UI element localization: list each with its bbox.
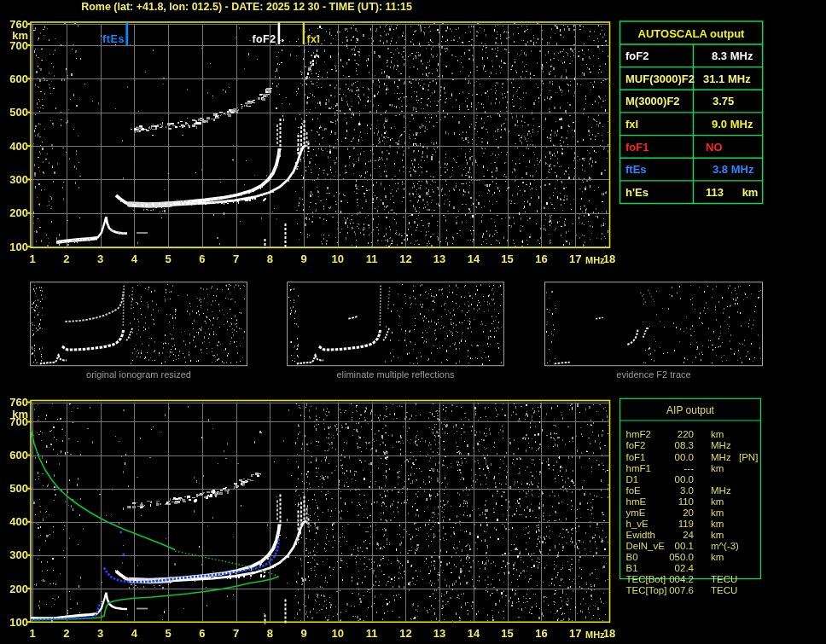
svg-text:17: 17 — [569, 252, 581, 265]
svg-text:600: 600 — [9, 449, 28, 461]
svg-text:km: km — [711, 530, 724, 540]
svg-text:050.0: 050.0 — [669, 552, 694, 562]
svg-text:original ionogram resized: original ionogram resized — [86, 369, 191, 380]
svg-text:km: km — [711, 429, 724, 439]
svg-text:eliminate multiple reflections: eliminate multiple reflections — [336, 369, 455, 380]
svg-text:700: 700 — [9, 39, 28, 52]
svg-text:foF2: foF2 — [253, 33, 276, 45]
svg-text:7: 7 — [233, 252, 239, 265]
svg-text:Rome (lat: +41.8, lon: 012.5): Rome (lat: +41.8, lon: 012.5) - DATE: 20… — [81, 1, 412, 13]
svg-text:hmF2: hmF2 — [626, 429, 651, 439]
svg-text:D1: D1 — [626, 474, 639, 484]
svg-text:13: 13 — [433, 252, 445, 265]
svg-text:ftEs: ftEs — [625, 163, 647, 176]
svg-text:Ewidth: Ewidth — [626, 530, 656, 540]
svg-text:00.0: 00.0 — [675, 474, 694, 484]
svg-text:2: 2 — [63, 252, 69, 265]
svg-text:6: 6 — [199, 627, 205, 640]
svg-text:15: 15 — [501, 252, 513, 265]
svg-text:foF2: foF2 — [626, 440, 646, 450]
svg-text:DelN_vE: DelN_vE — [626, 541, 666, 551]
svg-text:5: 5 — [165, 252, 171, 265]
svg-text:MHz: MHz — [585, 629, 605, 640]
svg-text:20: 20 — [683, 508, 694, 518]
svg-text:hmE: hmE — [626, 496, 647, 507]
svg-text:00.1: 00.1 — [675, 541, 694, 551]
svg-text:3.8 MHz: 3.8 MHz — [713, 163, 754, 176]
svg-text:31.1 MHz: 31.1 MHz — [703, 73, 751, 85]
svg-text:m^(-3): m^(-3) — [711, 541, 739, 551]
svg-text:220: 220 — [678, 429, 694, 439]
svg-text:TECU: TECU — [711, 585, 737, 595]
svg-text:00.0: 00.0 — [675, 452, 694, 462]
svg-text:foE: foE — [626, 485, 642, 496]
svg-text:17: 17 — [569, 627, 581, 640]
svg-text:foF1: foF1 — [625, 141, 649, 154]
svg-text:2: 2 — [63, 627, 69, 640]
svg-text:5: 5 — [165, 627, 171, 640]
svg-text:4: 4 — [131, 627, 138, 640]
svg-text:NO: NO — [706, 141, 723, 154]
svg-text:ftEs: ftEs — [102, 33, 125, 45]
svg-text:ymE: ymE — [626, 508, 646, 518]
svg-text:13: 13 — [433, 627, 445, 640]
svg-text:[PN]: [PN] — [739, 452, 758, 462]
svg-text:km: km — [711, 552, 724, 562]
svg-text:3.0: 3.0 — [680, 485, 694, 496]
svg-text:B0: B0 — [626, 552, 638, 562]
svg-text:16: 16 — [535, 627, 547, 640]
svg-text:9.0 MHz: 9.0 MHz — [712, 118, 753, 131]
svg-text:007.6: 007.6 — [669, 585, 694, 595]
svg-text:1: 1 — [29, 627, 35, 640]
svg-text:11: 11 — [366, 252, 378, 265]
svg-text:16: 16 — [535, 252, 547, 265]
svg-text:400: 400 — [9, 140, 28, 153]
svg-text:km: km — [711, 463, 724, 473]
svg-text:200: 200 — [9, 583, 28, 595]
svg-text:4: 4 — [131, 252, 138, 265]
svg-text:400: 400 — [9, 515, 28, 528]
svg-text:100: 100 — [9, 616, 28, 629]
svg-text:110: 110 — [678, 496, 694, 507]
svg-text:AUTOSCALA output: AUTOSCALA output — [638, 27, 746, 40]
svg-text:TEC[Bot]: TEC[Bot] — [626, 574, 666, 584]
svg-text:11: 11 — [366, 627, 378, 640]
svg-text:evidence F2 trace: evidence F2 trace — [616, 369, 690, 380]
svg-text:08.3: 08.3 — [675, 440, 694, 450]
svg-text:100: 100 — [9, 241, 28, 253]
svg-text:15: 15 — [501, 627, 513, 640]
svg-text:12: 12 — [399, 627, 411, 640]
svg-text:h'Es: h'Es — [625, 186, 649, 199]
svg-text:1: 1 — [29, 252, 35, 265]
svg-text:12: 12 — [399, 252, 411, 265]
svg-text:10: 10 — [332, 252, 344, 265]
svg-text:600: 600 — [9, 73, 28, 85]
svg-text:18: 18 — [603, 252, 615, 265]
svg-text:B1: B1 — [626, 563, 638, 573]
svg-text:3: 3 — [97, 627, 103, 640]
svg-text:113 km: 113 km — [706, 186, 758, 199]
svg-text:8.3 MHz: 8.3 MHz — [712, 49, 753, 62]
svg-text:km: km — [711, 519, 724, 529]
svg-text:300: 300 — [9, 548, 28, 561]
svg-text:3.75: 3.75 — [713, 95, 734, 107]
svg-text:MUF(3000)F2: MUF(3000)F2 — [625, 73, 695, 85]
svg-text:fxI: fxI — [625, 118, 638, 131]
svg-text:14: 14 — [468, 252, 480, 265]
svg-text:8: 8 — [267, 252, 273, 265]
svg-text:TEC[Top]: TEC[Top] — [626, 585, 667, 595]
svg-text:M(3000)F2: M(3000)F2 — [625, 95, 680, 107]
svg-text:km: km — [711, 496, 724, 507]
svg-text:hmF1: hmF1 — [626, 463, 651, 473]
svg-text:18: 18 — [603, 627, 615, 640]
svg-text:6: 6 — [199, 252, 205, 265]
svg-text:foF2: foF2 — [625, 49, 649, 62]
svg-text:MHz: MHz — [711, 452, 731, 462]
svg-text:MHz: MHz — [711, 440, 731, 450]
svg-text:004.2: 004.2 — [669, 574, 694, 584]
svg-text:3: 3 — [97, 252, 103, 265]
svg-text:200: 200 — [9, 206, 28, 219]
svg-text:119: 119 — [678, 519, 694, 529]
svg-text:---: --- — [684, 463, 695, 473]
svg-text:700: 700 — [9, 415, 28, 428]
